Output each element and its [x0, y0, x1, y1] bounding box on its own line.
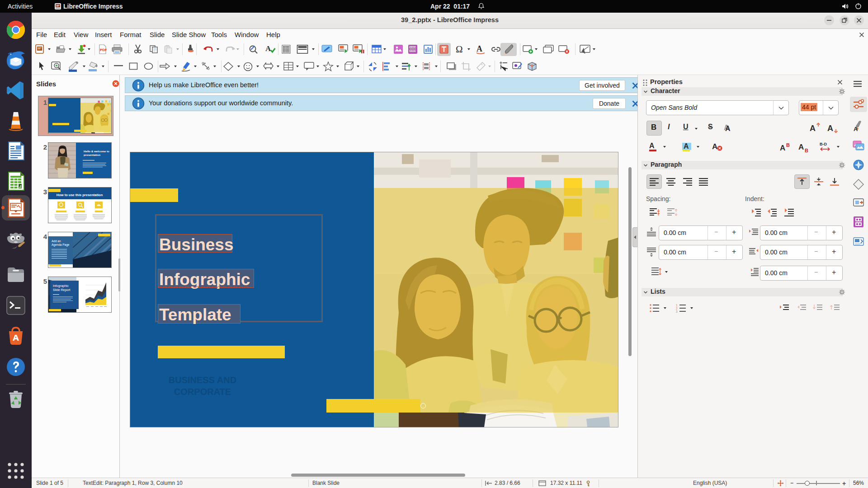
svg-text:Hello & welcome to: Hello & welcome to	[84, 150, 109, 153]
svg-text:Slide Report: Slide Report	[53, 288, 71, 292]
svg-text:How to use this presentation: How to use this presentation	[57, 193, 103, 197]
svg-text:2: 2	[676, 307, 678, 310]
svg-text:A: A	[798, 143, 804, 151]
svg-text:A: A	[854, 126, 858, 132]
svg-text:A: A	[725, 125, 731, 132]
svg-text:A: A	[265, 44, 271, 53]
svg-text:B: B	[786, 142, 790, 148]
svg-text:3: 3	[676, 310, 678, 313]
svg-text:A: A	[810, 124, 816, 133]
svg-text:B-D: B-D	[820, 142, 827, 146]
svg-text:A: A	[649, 142, 655, 150]
svg-text:Agenda Page: Agenda Page	[52, 243, 70, 247]
svg-text:A: A	[827, 124, 833, 133]
svg-text:Infographic: Infographic	[53, 284, 69, 288]
svg-text:Add an: Add an	[52, 239, 61, 243]
svg-text:B: B	[805, 148, 808, 153]
svg-text:A: A	[476, 44, 482, 53]
svg-text:A: A	[780, 144, 785, 152]
svg-text:PDF: PDF	[100, 48, 107, 52]
svg-text:A: A	[712, 142, 717, 151]
svg-text:Ω: Ω	[456, 44, 463, 55]
svg-text:presentation: presentation	[84, 153, 100, 156]
svg-text:A: A	[684, 142, 689, 150]
